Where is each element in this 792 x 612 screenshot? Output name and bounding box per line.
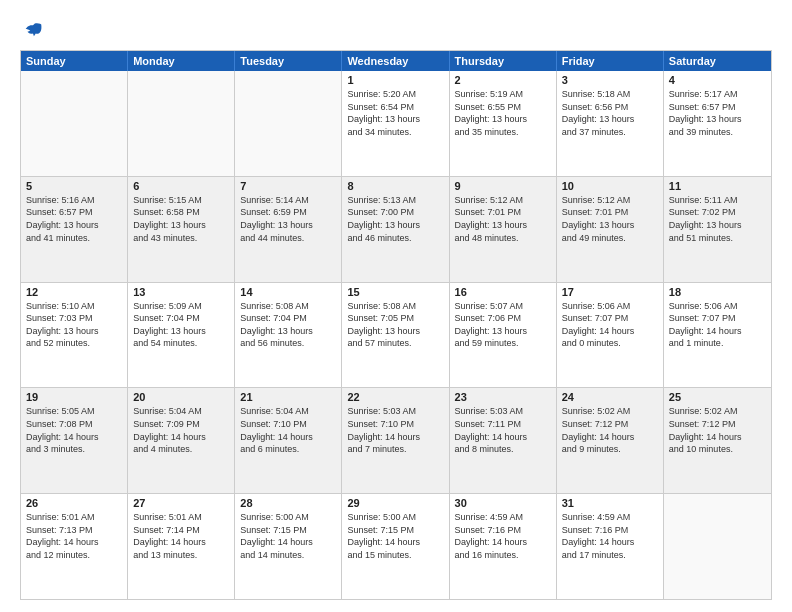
cell-info: and 43 minutes. [133,232,229,245]
cell-info: Daylight: 14 hours [26,431,122,444]
day-number: 26 [26,497,122,509]
cell-info: and 10 minutes. [669,443,766,456]
calendar-cell: 29Sunrise: 5:00 AMSunset: 7:15 PMDayligh… [342,494,449,599]
calendar-cell: 21Sunrise: 5:04 AMSunset: 7:10 PMDayligh… [235,388,342,493]
calendar-cell: 25Sunrise: 5:02 AMSunset: 7:12 PMDayligh… [664,388,771,493]
cell-info: Daylight: 14 hours [240,536,336,549]
cell-info: and 4 minutes. [133,443,229,456]
day-number: 3 [562,74,658,86]
calendar-body: 1Sunrise: 5:20 AMSunset: 6:54 PMDaylight… [21,71,771,599]
calendar-cell: 16Sunrise: 5:07 AMSunset: 7:06 PMDayligh… [450,283,557,388]
cell-info: Sunset: 7:03 PM [26,312,122,325]
day-number: 23 [455,391,551,403]
calendar-cell: 27Sunrise: 5:01 AMSunset: 7:14 PMDayligh… [128,494,235,599]
calendar-cell: 10Sunrise: 5:12 AMSunset: 7:01 PMDayligh… [557,177,664,282]
cell-info: Sunset: 7:16 PM [562,524,658,537]
cell-info: Daylight: 13 hours [669,219,766,232]
cell-info: Sunrise: 5:03 AM [347,405,443,418]
cell-info: and 3 minutes. [26,443,122,456]
calendar-cell: 18Sunrise: 5:06 AMSunset: 7:07 PMDayligh… [664,283,771,388]
cell-info: Daylight: 13 hours [455,325,551,338]
calendar-cell: 11Sunrise: 5:11 AMSunset: 7:02 PMDayligh… [664,177,771,282]
day-number: 7 [240,180,336,192]
cell-info: Daylight: 13 hours [133,219,229,232]
cell-info: Sunset: 7:09 PM [133,418,229,431]
cell-info: Daylight: 14 hours [133,431,229,444]
cell-info: Daylight: 14 hours [562,325,658,338]
cell-info: and 17 minutes. [562,549,658,562]
cell-info: Daylight: 14 hours [26,536,122,549]
cell-info: Sunset: 7:01 PM [455,206,551,219]
cell-info: Daylight: 14 hours [240,431,336,444]
calendar-cell: 17Sunrise: 5:06 AMSunset: 7:07 PMDayligh… [557,283,664,388]
cell-info: Sunrise: 5:07 AM [455,300,551,313]
calendar-cell: 24Sunrise: 5:02 AMSunset: 7:12 PMDayligh… [557,388,664,493]
cell-info: and 13 minutes. [133,549,229,562]
cell-info: and 15 minutes. [347,549,443,562]
day-number: 11 [669,180,766,192]
cell-info: Sunset: 7:16 PM [455,524,551,537]
cell-info: Sunset: 7:15 PM [240,524,336,537]
calendar-cell: 14Sunrise: 5:08 AMSunset: 7:04 PMDayligh… [235,283,342,388]
calendar-cell: 15Sunrise: 5:08 AMSunset: 7:05 PMDayligh… [342,283,449,388]
cell-info: Sunset: 6:56 PM [562,101,658,114]
cell-info: and 49 minutes. [562,232,658,245]
day-number: 9 [455,180,551,192]
day-number: 28 [240,497,336,509]
calendar-cell [235,71,342,176]
cell-info: Daylight: 14 hours [347,431,443,444]
day-number: 4 [669,74,766,86]
cell-info: Sunset: 7:06 PM [455,312,551,325]
cell-info: Daylight: 13 hours [347,113,443,126]
calendar-row: 1Sunrise: 5:20 AMSunset: 6:54 PMDaylight… [21,71,771,176]
cell-info: Sunset: 7:10 PM [240,418,336,431]
cell-info: Sunset: 7:04 PM [133,312,229,325]
logo [20,18,44,40]
cell-info: and 8 minutes. [455,443,551,456]
cell-info: Sunrise: 5:00 AM [347,511,443,524]
cell-info: Daylight: 13 hours [26,219,122,232]
calendar-cell: 26Sunrise: 5:01 AMSunset: 7:13 PMDayligh… [21,494,128,599]
cell-info: Sunset: 7:11 PM [455,418,551,431]
cell-info: Daylight: 14 hours [562,536,658,549]
cell-info: Sunset: 7:08 PM [26,418,122,431]
calendar-cell: 9Sunrise: 5:12 AMSunset: 7:01 PMDaylight… [450,177,557,282]
calendar-cell: 5Sunrise: 5:16 AMSunset: 6:57 PMDaylight… [21,177,128,282]
cell-info: Sunrise: 5:01 AM [133,511,229,524]
cell-info: Sunset: 6:59 PM [240,206,336,219]
day-number: 5 [26,180,122,192]
day-number: 21 [240,391,336,403]
calendar-cell: 22Sunrise: 5:03 AMSunset: 7:10 PMDayligh… [342,388,449,493]
cell-info: Sunrise: 5:04 AM [240,405,336,418]
cell-info: Sunrise: 5:01 AM [26,511,122,524]
cell-info: Daylight: 14 hours [669,431,766,444]
cell-info: Sunset: 7:12 PM [562,418,658,431]
cell-info: and 35 minutes. [455,126,551,139]
cell-info: Sunrise: 5:00 AM [240,511,336,524]
day-number: 13 [133,286,229,298]
calendar-cell [128,71,235,176]
calendar-cell: 12Sunrise: 5:10 AMSunset: 7:03 PMDayligh… [21,283,128,388]
cell-info: Sunrise: 5:08 AM [347,300,443,313]
cell-info: Daylight: 13 hours [455,113,551,126]
calendar-cell: 7Sunrise: 5:14 AMSunset: 6:59 PMDaylight… [235,177,342,282]
cell-info: Sunrise: 5:12 AM [455,194,551,207]
day-number: 10 [562,180,658,192]
cell-info: Sunrise: 5:11 AM [669,194,766,207]
calendar-cell: 6Sunrise: 5:15 AMSunset: 6:58 PMDaylight… [128,177,235,282]
day-number: 14 [240,286,336,298]
cell-info: Sunrise: 5:02 AM [562,405,658,418]
cell-info: and 51 minutes. [669,232,766,245]
cell-info: Sunrise: 4:59 AM [562,511,658,524]
weekday-header: Thursday [450,51,557,71]
header [20,18,772,40]
cell-info: Sunset: 6:54 PM [347,101,443,114]
calendar-header: SundayMondayTuesdayWednesdayThursdayFrid… [21,51,771,71]
day-number: 2 [455,74,551,86]
cell-info: Daylight: 14 hours [455,536,551,549]
day-number: 12 [26,286,122,298]
day-number: 17 [562,286,658,298]
cell-info: Sunrise: 5:19 AM [455,88,551,101]
cell-info: Daylight: 13 hours [455,219,551,232]
weekday-header: Monday [128,51,235,71]
